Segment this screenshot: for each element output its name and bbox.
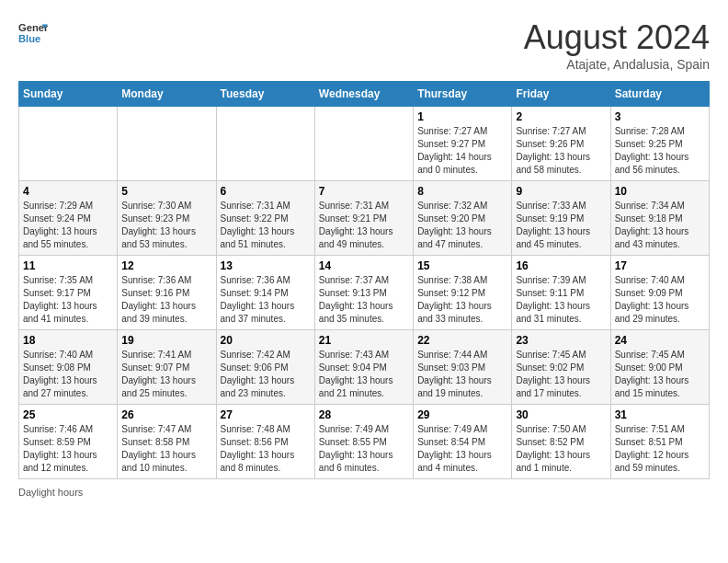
day-info: Sunrise: 7:34 AM Sunset: 9:18 PM Dayligh… — [615, 200, 705, 251]
day-info: Sunrise: 7:46 AM Sunset: 8:59 PM Dayligh… — [23, 423, 113, 475]
day-number: 21 — [319, 334, 409, 347]
day-info: Sunrise: 7:50 AM Sunset: 8:52 PM Dayligh… — [516, 423, 606, 475]
day-info: Sunrise: 7:36 AM Sunset: 9:14 PM Dayligh… — [221, 274, 311, 326]
day-number: 30 — [516, 408, 606, 421]
day-number: 22 — [417, 334, 507, 347]
title-block: August 2024 Atajate, Andalusia, Spain — [524, 18, 710, 72]
day-header-friday: Friday — [512, 82, 610, 107]
logo: General Blue — [18, 18, 48, 48]
day-info: Sunrise: 7:38 AM Sunset: 9:12 PM Dayligh… — [417, 274, 507, 326]
calendar-cell: 11Sunrise: 7:35 AM Sunset: 9:17 PM Dayli… — [19, 256, 118, 330]
day-info: Sunrise: 7:48 AM Sunset: 8:56 PM Dayligh… — [221, 423, 311, 475]
calendar-cell: 28Sunrise: 7:49 AM Sunset: 8:55 PM Dayli… — [314, 405, 413, 479]
calendar-table: SundayMondayTuesdayWednesdayThursdayFrid… — [18, 81, 710, 479]
day-info: Sunrise: 7:30 AM Sunset: 9:23 PM Dayligh… — [121, 200, 211, 251]
calendar-cell: 14Sunrise: 7:37 AM Sunset: 9:13 PM Dayli… — [314, 256, 413, 330]
day-number: 14 — [319, 259, 409, 272]
day-info: Sunrise: 7:27 AM Sunset: 9:27 PM Dayligh… — [417, 125, 507, 177]
day-info: Sunrise: 7:33 AM Sunset: 9:19 PM Dayligh… — [516, 200, 606, 251]
day-info: Sunrise: 7:45 AM Sunset: 9:02 PM Dayligh… — [516, 349, 606, 400]
day-number: 29 — [417, 408, 507, 421]
day-number: 5 — [121, 185, 211, 198]
day-number: 12 — [121, 259, 211, 272]
calendar-cell: 18Sunrise: 7:40 AM Sunset: 9:08 PM Dayli… — [19, 330, 118, 405]
calendar-cell: 22Sunrise: 7:44 AM Sunset: 9:03 PM Dayli… — [414, 330, 512, 405]
day-number: 1 — [417, 110, 507, 123]
day-header-tuesday: Tuesday — [216, 82, 314, 107]
day-info: Sunrise: 7:36 AM Sunset: 9:16 PM Dayligh… — [121, 274, 211, 326]
calendar-cell: 1Sunrise: 7:27 AM Sunset: 9:27 PM Daylig… — [414, 107, 512, 181]
day-number: 17 — [615, 259, 705, 272]
calendar-cell: 13Sunrise: 7:36 AM Sunset: 9:14 PM Dayli… — [216, 256, 314, 330]
day-info: Sunrise: 7:35 AM Sunset: 9:17 PM Dayligh… — [23, 274, 113, 326]
day-number: 25 — [23, 408, 113, 421]
daylight-label: Daylight hours — [18, 487, 83, 498]
calendar-cell: 6Sunrise: 7:31 AM Sunset: 9:22 PM Daylig… — [216, 181, 314, 256]
day-header-thursday: Thursday — [414, 82, 512, 107]
calendar-cell: 19Sunrise: 7:41 AM Sunset: 9:07 PM Dayli… — [118, 330, 216, 405]
calendar-cell: 7Sunrise: 7:31 AM Sunset: 9:21 PM Daylig… — [314, 181, 413, 256]
day-info: Sunrise: 7:28 AM Sunset: 9:25 PM Dayligh… — [615, 125, 705, 177]
calendar-cell — [19, 107, 118, 181]
calendar-cell: 23Sunrise: 7:45 AM Sunset: 9:02 PM Dayli… — [512, 330, 610, 405]
calendar-cell: 2Sunrise: 7:27 AM Sunset: 9:26 PM Daylig… — [512, 107, 610, 181]
calendar-cell: 8Sunrise: 7:32 AM Sunset: 9:20 PM Daylig… — [414, 181, 512, 256]
day-header-wednesday: Wednesday — [314, 82, 413, 107]
day-number: 11 — [23, 259, 113, 272]
day-number: 20 — [221, 334, 311, 347]
calendar-cell: 9Sunrise: 7:33 AM Sunset: 9:19 PM Daylig… — [512, 181, 610, 256]
day-number: 13 — [221, 259, 311, 272]
calendar-cell — [216, 107, 314, 181]
day-info: Sunrise: 7:44 AM Sunset: 9:03 PM Dayligh… — [417, 349, 507, 400]
day-info: Sunrise: 7:40 AM Sunset: 9:09 PM Dayligh… — [615, 274, 705, 326]
day-info: Sunrise: 7:49 AM Sunset: 8:55 PM Dayligh… — [319, 423, 409, 475]
day-number: 27 — [221, 408, 311, 421]
week-row-5: 25Sunrise: 7:46 AM Sunset: 8:59 PM Dayli… — [19, 405, 710, 479]
day-info: Sunrise: 7:45 AM Sunset: 9:00 PM Dayligh… — [615, 349, 705, 400]
logo-icon: General Blue — [18, 18, 48, 48]
day-number: 28 — [319, 408, 409, 421]
calendar-cell: 5Sunrise: 7:30 AM Sunset: 9:23 PM Daylig… — [118, 181, 216, 256]
day-number: 24 — [615, 334, 705, 347]
day-info: Sunrise: 7:31 AM Sunset: 9:21 PM Dayligh… — [319, 200, 409, 251]
day-number: 10 — [615, 185, 705, 198]
page-header: General Blue August 2024 Atajate, Andalu… — [18, 18, 710, 72]
day-number: 31 — [615, 408, 705, 421]
day-number: 16 — [516, 259, 606, 272]
day-info: Sunrise: 7:43 AM Sunset: 9:04 PM Dayligh… — [319, 349, 409, 400]
week-row-2: 4Sunrise: 7:29 AM Sunset: 9:24 PM Daylig… — [19, 181, 710, 256]
calendar-cell: 12Sunrise: 7:36 AM Sunset: 9:16 PM Dayli… — [118, 256, 216, 330]
day-number: 8 — [417, 185, 507, 198]
calendar-cell: 3Sunrise: 7:28 AM Sunset: 9:25 PM Daylig… — [610, 107, 709, 181]
calendar-cell: 24Sunrise: 7:45 AM Sunset: 9:00 PM Dayli… — [610, 330, 709, 405]
day-info: Sunrise: 7:37 AM Sunset: 9:13 PM Dayligh… — [319, 274, 409, 326]
day-number: 19 — [121, 334, 211, 347]
calendar-cell — [314, 107, 413, 181]
calendar-cell — [118, 107, 216, 181]
day-number: 15 — [417, 259, 507, 272]
week-row-3: 11Sunrise: 7:35 AM Sunset: 9:17 PM Dayli… — [19, 256, 710, 330]
svg-text:Blue: Blue — [18, 33, 40, 44]
day-info: Sunrise: 7:39 AM Sunset: 9:11 PM Dayligh… — [516, 274, 606, 326]
day-number: 9 — [516, 185, 606, 198]
day-info: Sunrise: 7:29 AM Sunset: 9:24 PM Dayligh… — [23, 200, 113, 251]
calendar-cell: 27Sunrise: 7:48 AM Sunset: 8:56 PM Dayli… — [216, 405, 314, 479]
calendar-cell: 17Sunrise: 7:40 AM Sunset: 9:09 PM Dayli… — [610, 256, 709, 330]
day-header-saturday: Saturday — [610, 82, 709, 107]
day-number: 18 — [23, 334, 113, 347]
day-number: 2 — [516, 110, 606, 123]
day-info: Sunrise: 7:42 AM Sunset: 9:06 PM Dayligh… — [221, 349, 311, 400]
calendar-cell: 29Sunrise: 7:49 AM Sunset: 8:54 PM Dayli… — [414, 405, 512, 479]
day-number: 23 — [516, 334, 606, 347]
day-info: Sunrise: 7:31 AM Sunset: 9:22 PM Dayligh… — [221, 200, 311, 251]
day-header-sunday: Sunday — [19, 82, 118, 107]
day-info: Sunrise: 7:27 AM Sunset: 9:26 PM Dayligh… — [516, 125, 606, 177]
day-info: Sunrise: 7:41 AM Sunset: 9:07 PM Dayligh… — [121, 349, 211, 400]
footer: Daylight hours — [18, 487, 710, 498]
day-info: Sunrise: 7:32 AM Sunset: 9:20 PM Dayligh… — [417, 200, 507, 251]
day-number: 4 — [23, 185, 113, 198]
day-info: Sunrise: 7:40 AM Sunset: 9:08 PM Dayligh… — [23, 349, 113, 400]
calendar-cell: 10Sunrise: 7:34 AM Sunset: 9:18 PM Dayli… — [610, 181, 709, 256]
svg-text:General: General — [18, 22, 48, 33]
calendar-cell: 4Sunrise: 7:29 AM Sunset: 9:24 PM Daylig… — [19, 181, 118, 256]
